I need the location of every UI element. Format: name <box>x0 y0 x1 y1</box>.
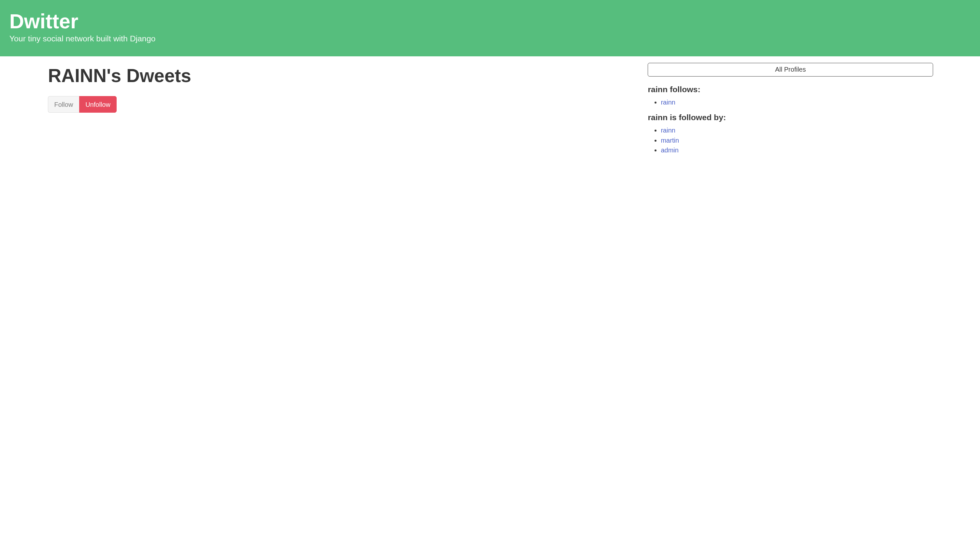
list-item: martin <box>661 137 933 144</box>
followed-by-list: rainn martin admin <box>648 127 933 154</box>
follows-list: rainn <box>648 98 933 106</box>
profile-link[interactable]: admin <box>661 146 678 154</box>
site-subtitle: Your tiny social network built with Djan… <box>10 34 970 43</box>
list-item: rainn <box>661 98 933 106</box>
content-container: RAINN's Dweets Follow Unfollow All Profi… <box>0 56 980 167</box>
profile-link[interactable]: martin <box>661 137 679 144</box>
profile-link[interactable]: rainn <box>661 127 675 134</box>
follows-heading: rainn follows: <box>648 85 933 94</box>
page-title: RAINN's Dweets <box>48 64 636 88</box>
sidebar-column: All Profiles rainn follows: rainn rainn … <box>647 63 980 161</box>
site-title: Dwitter <box>10 10 970 33</box>
list-item: admin <box>661 146 933 154</box>
follow-button[interactable]: Follow <box>48 96 79 113</box>
profile-link[interactable]: rainn <box>661 98 675 106</box>
unfollow-button[interactable]: Unfollow <box>79 96 117 113</box>
list-item: rainn <box>661 127 933 134</box>
main-column: RAINN's Dweets Follow Unfollow <box>0 63 647 161</box>
all-profiles-button[interactable]: All Profiles <box>648 63 933 77</box>
followed-by-heading: rainn is followed by: <box>648 113 933 122</box>
follow-button-group: Follow Unfollow <box>48 96 636 113</box>
hero-banner: Dwitter Your tiny social network built w… <box>0 0 980 56</box>
